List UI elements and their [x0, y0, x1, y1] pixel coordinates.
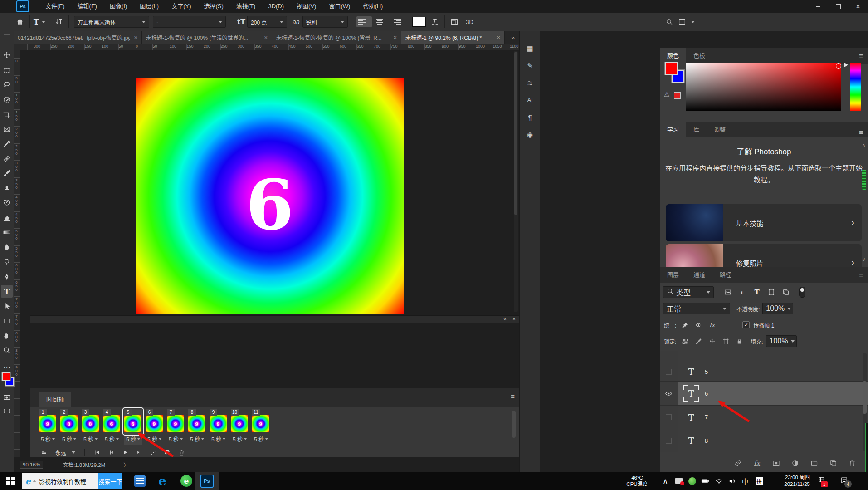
- document-canvas[interactable]: 6: [136, 78, 404, 314]
- fill-select[interactable]: 100%: [766, 335, 797, 347]
- volume-icon[interactable]: [726, 472, 738, 490]
- zoom-tool[interactable]: [1, 344, 13, 357]
- convert-timeline-icon[interactable]: [39, 448, 49, 457]
- layer-visibility-toggle[interactable]: [660, 382, 678, 405]
- menu-item-9[interactable]: 窗口(W): [322, 0, 356, 13]
- search-deskband[interactable]: e 影视特效制作教程: [22, 473, 98, 489]
- lock-artboard-icon[interactable]: [720, 336, 731, 347]
- layer-row-5[interactable]: T5: [660, 362, 868, 382]
- layer-name[interactable]: 6: [705, 390, 708, 397]
- menu-item-3[interactable]: 图层(L): [133, 0, 165, 13]
- character-panel-icon[interactable]: A|: [522, 93, 537, 108]
- hue-slider[interactable]: [850, 63, 861, 111]
- layer-thumbnail[interactable]: T: [683, 409, 699, 426]
- frame-thumbnail[interactable]: 8: [82, 415, 99, 432]
- layer-row-7[interactable]: T7: [660, 406, 868, 429]
- tab-color[interactable]: 颜色: [660, 48, 686, 64]
- battery-icon[interactable]: [699, 472, 712, 490]
- animation-frame-3[interactable]: 385 秒: [81, 409, 100, 445]
- frame-duration-select[interactable]: 5 秒: [39, 435, 57, 443]
- frame-duration-select[interactable]: 5 秒: [166, 435, 185, 443]
- gamut-color-chip[interactable]: [674, 92, 681, 99]
- canvas-scrollbar-thumb[interactable]: [514, 52, 517, 215]
- lock-pixels-icon[interactable]: [692, 336, 704, 347]
- frame-thumbnail[interactable]: 9: [252, 415, 269, 432]
- animation-frame-9[interactable]: 995 秒: [209, 409, 228, 445]
- layer-visibility-toggle[interactable]: [660, 406, 678, 429]
- frame-duration-select[interactable]: 5 秒: [209, 435, 228, 443]
- start-button[interactable]: [0, 472, 21, 490]
- status-expand-icon[interactable]: 〉: [123, 461, 129, 468]
- menu-item-10[interactable]: 帮助(H): [356, 0, 389, 13]
- brush-settings-panel-icon[interactable]: ✎: [522, 58, 537, 73]
- layer-thumbnail[interactable]: T: [683, 432, 699, 449]
- effects-icon[interactable]: fx: [751, 458, 763, 469]
- timeline-menu-icon[interactable]: ≡: [511, 392, 515, 400]
- animation-frame-11[interactable]: 1195 秒: [252, 409, 270, 445]
- document-tab-2[interactable]: 未标题-1-恢复的-恢复的 @ 100% (背景, R...×: [272, 31, 401, 44]
- libraries-panel-icon[interactable]: ▦: [522, 41, 537, 56]
- tab-overflow-icon[interactable]: »: [508, 31, 517, 44]
- opacity-select[interactable]: 100%: [762, 303, 793, 314]
- shape-layer-filter-icon[interactable]: [766, 287, 777, 298]
- menu-item-1[interactable]: 编辑(E): [71, 0, 103, 13]
- duplicate-frame-icon[interactable]: [162, 448, 172, 457]
- object-selection-tool[interactable]: [1, 93, 13, 106]
- actions-panel-icon[interactable]: ≋: [522, 75, 537, 90]
- 3d-button[interactable]: 3D: [461, 15, 479, 28]
- blend-mode-select[interactable]: 正常: [663, 303, 730, 314]
- frame-thumbnail[interactable]: 9: [39, 415, 56, 432]
- unify-position-icon[interactable]: [679, 319, 691, 330]
- font-family-select[interactable]: 方正粗黑宋简体: [74, 16, 149, 28]
- layer-name[interactable]: 5: [705, 368, 708, 375]
- warp-text-icon[interactable]: [429, 15, 441, 28]
- type-tool-preset[interactable]: T: [33, 15, 46, 28]
- animation-frame-2[interactable]: 285 秒: [60, 409, 78, 445]
- animation-frame-5[interactable]: 565 秒: [124, 409, 142, 445]
- antivirus-tray-icon[interactable]: +: [686, 472, 698, 490]
- tray-chevron-up-icon[interactable]: ∧: [660, 472, 671, 490]
- minimize-button[interactable]: [808, 0, 828, 13]
- align-right-button[interactable]: [387, 16, 403, 27]
- play-icon[interactable]: [120, 448, 130, 457]
- lock-all-icon[interactable]: [733, 336, 745, 347]
- tab-swatches[interactable]: 色板: [686, 48, 712, 64]
- delete-frame-icon[interactable]: [176, 448, 186, 457]
- wifi-icon[interactable]: [713, 472, 725, 490]
- security-tray-icon[interactable]: [673, 472, 685, 490]
- path-selection-tool[interactable]: [1, 300, 13, 313]
- layer-name[interactable]: 8: [705, 437, 708, 444]
- loop-count-select[interactable]: 永远: [54, 449, 77, 456]
- brush-tool[interactable]: [1, 167, 13, 180]
- frame-duration-select[interactable]: 5 秒: [188, 435, 206, 443]
- frame-thumbnail[interactable]: 9: [210, 415, 227, 432]
- tab-channels[interactable]: 通道: [686, 267, 712, 283]
- foreground-color-well[interactable]: [665, 62, 678, 75]
- menu-item-4[interactable]: 文字(Y): [165, 0, 197, 13]
- align-left-button[interactable]: [356, 16, 372, 27]
- clone-stamp-tool[interactable]: [1, 182, 13, 195]
- clock[interactable]: 23:00 周四 2021/11/25: [770, 472, 810, 490]
- filter-toggle-pill[interactable]: [799, 287, 805, 298]
- layers-scrollbar-thumb[interactable]: [863, 381, 867, 414]
- layer-name[interactable]: 7: [705, 414, 708, 421]
- propagate-checkbox[interactable]: ✓: [742, 321, 750, 328]
- animation-frame-1[interactable]: 195 秒: [39, 409, 57, 445]
- timeline-scrollbar-thumb[interactable]: [512, 411, 516, 438]
- chevron-right-icon[interactable]: ›: [851, 204, 854, 241]
- close-panel-icon[interactable]: ×: [512, 316, 516, 323]
- frame-duration-select[interactable]: 5 秒: [230, 435, 249, 443]
- text-color-swatch[interactable]: [412, 17, 426, 27]
- color-picker-ring[interactable]: [836, 63, 841, 69]
- dodge-tool[interactable]: [1, 255, 13, 268]
- animation-frame-8[interactable]: 895 秒: [188, 409, 206, 445]
- frame-duration-select[interactable]: 5 秒: [252, 435, 270, 443]
- frame-duration-select[interactable]: 5 秒: [102, 435, 121, 443]
- close-tab-icon[interactable]: ×: [497, 34, 500, 41]
- document-tab-1[interactable]: 未标题-1-恢复的 @ 100% (生活的世界的...×: [142, 31, 272, 44]
- lock-position-icon[interactable]: [706, 336, 718, 347]
- tab-layers[interactable]: 图层: [660, 267, 686, 283]
- search-go-button[interactable]: 搜索一下: [98, 473, 122, 489]
- saturation-field[interactable]: [686, 63, 841, 111]
- task-view-button[interactable]: 1: [814, 472, 828, 490]
